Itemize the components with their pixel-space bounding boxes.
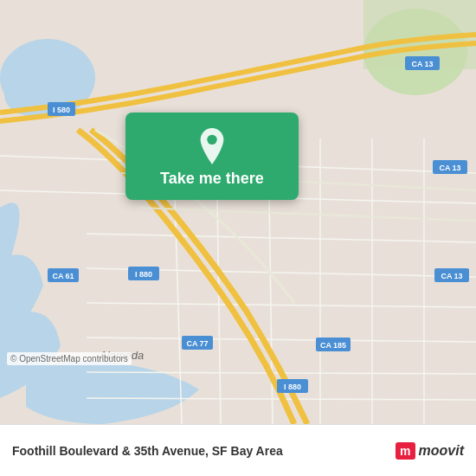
moovit-logo: m moovit: [396, 442, 464, 460]
moovit-m-icon: m: [396, 442, 415, 460]
svg-text:CA 13: CA 13: [439, 164, 460, 172]
location-info: Foothill Boulevard & 35th Avenue, SF Bay…: [12, 444, 283, 458]
location-name: Foothill Boulevard & 35th Avenue, SF Bay…: [12, 444, 283, 458]
svg-point-42: [207, 135, 216, 145]
svg-text:I 880: I 880: [135, 270, 152, 279]
map-view: I 580 CA 13 CA 13 CA 61 I 880 I 880 580 …: [0, 0, 476, 424]
copyright-text: © OpenStreetMap contributors: [7, 352, 132, 365]
svg-text:I 880: I 880: [284, 383, 301, 391]
take-me-there-button[interactable]: Take me there: [125, 113, 299, 200]
location-pin-icon: [196, 128, 228, 164]
svg-text:CA 61: CA 61: [52, 272, 74, 280]
svg-text:CA 13: CA 13: [441, 272, 462, 280]
svg-text:CA 77: CA 77: [186, 339, 208, 348]
svg-text:CA 13: CA 13: [411, 60, 433, 68]
button-overlay: Take me there: [125, 113, 299, 200]
bottom-bar: Foothill Boulevard & 35th Avenue, SF Bay…: [0, 424, 476, 476]
moovit-brand-text: moovit: [419, 443, 464, 459]
svg-text:I 580: I 580: [53, 106, 70, 114]
button-label: Take me there: [160, 170, 264, 188]
svg-text:CA 185: CA 185: [320, 341, 346, 350]
